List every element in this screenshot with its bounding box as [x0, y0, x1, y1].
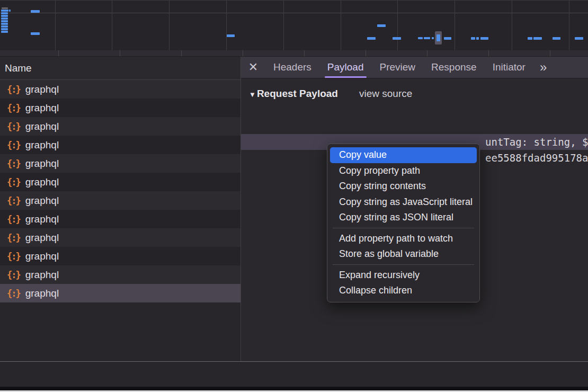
overview-request-bar: [432, 37, 434, 39]
request-name-label: graphql: [25, 195, 59, 207]
column-tick: [366, 50, 366, 56]
overview-request-bar: [1, 15, 8, 17]
tree-row-root[interactable]: ▼{operationName: "ipFlowTimeseries", var…: [241, 102, 588, 118]
network-overview-strip[interactable]: [0, 0, 588, 51]
json-braces-icon: {:}: [7, 84, 20, 95]
overview-gridline: [283, 1, 284, 51]
menu-item-copy-property-path[interactable]: Copy property path: [330, 163, 477, 179]
context-menu: Copy valueCopy property pathCopy string …: [327, 144, 480, 302]
request-row[interactable]: {:}graphql: [0, 136, 240, 154]
overview-request-bar: [227, 34, 235, 37]
tree-row-operation-name[interactable]: operationName: "ipFlowTimeseries": [241, 118, 588, 134]
tab-initiator[interactable]: Initiator: [485, 57, 533, 78]
menu-item-copy-string-as-json-literal[interactable]: Copy string as JSON literal: [330, 210, 477, 226]
overview-selected-request-bar: [436, 34, 440, 41]
overview-gridline: [55, 1, 56, 51]
json-braces-icon: {:}: [7, 195, 20, 206]
column-tick: [120, 50, 120, 56]
overview-divider-line: [0, 13, 588, 13]
tab-headers[interactable]: Headers: [265, 57, 319, 78]
request-row[interactable]: {:}graphql: [0, 154, 240, 173]
menu-item-add-property-path-to-watch[interactable]: Add property path to watch: [330, 231, 477, 247]
menu-item-copy-value[interactable]: Copy value: [330, 147, 477, 163]
more-tabs-icon[interactable]: »: [533, 57, 551, 78]
request-name-label: graphql: [25, 232, 59, 244]
overview-gridline: [112, 1, 112, 51]
section-collapse-icon[interactable]: ▼: [249, 91, 256, 99]
request-name-label: graphql: [25, 251, 59, 262]
menu-item-copy-string-as-javascript-literal[interactable]: Copy string as JavaScript literal: [330, 194, 477, 210]
request-row[interactable]: {:}graphql: [0, 210, 240, 228]
tab-preview[interactable]: Preview: [372, 57, 424, 78]
json-braces-icon: {:}: [7, 288, 20, 299]
overview-request-bar: [575, 37, 583, 40]
overview-request-bar: [1, 25, 8, 28]
menu-item-store-as-global-variable[interactable]: Store as global variable: [330, 246, 477, 262]
json-braces-icon: {:}: [7, 103, 20, 113]
column-tick: [550, 50, 550, 56]
json-braces-icon: {:}: [7, 158, 20, 169]
request-name-label: graphql: [25, 288, 59, 299]
timeline-column-band: [0, 50, 588, 57]
request-name-label: graphql: [25, 139, 59, 151]
request-name-label: graphql: [25, 269, 59, 281]
request-name-label: graphql: [25, 176, 59, 188]
overview-request-bar: [377, 24, 386, 27]
json-braces-icon: {:}: [7, 233, 20, 243]
details-tab-bar: ✕ HeadersPayloadPreviewResponseInitiator…: [241, 57, 588, 78]
column-header-name[interactable]: Name: [0, 57, 240, 80]
overview-selected-request-marker: [435, 31, 442, 44]
request-row[interactable]: {:}graphql: [0, 80, 240, 99]
overview-gridline: [226, 1, 227, 51]
overview-request-bar: [31, 32, 40, 35]
overview-request-bar: [1, 23, 8, 25]
tab-response[interactable]: Response: [423, 57, 485, 78]
request-row[interactable]: {:}graphql: [0, 265, 240, 284]
overview-request-bar: [476, 37, 479, 40]
request-row[interactable]: {:}graphql: [0, 247, 240, 265]
column-tick: [58, 50, 59, 56]
section-title: Request Payload: [257, 88, 338, 99]
request-row[interactable]: {:}graphql: [0, 284, 240, 302]
overview-request-bar: [444, 37, 451, 40]
request-row[interactable]: {:}graphql: [0, 117, 240, 136]
overview-request-bar: [480, 37, 488, 40]
json-braces-icon: {:}: [7, 214, 20, 225]
overview-request-bar: [1, 20, 8, 22]
json-braces-icon: {:}: [7, 177, 20, 188]
request-row[interactable]: {:}graphql: [0, 99, 240, 117]
column-tick: [181, 50, 182, 56]
json-braces-icon: {:}: [7, 121, 20, 132]
overview-request-bar: [533, 37, 542, 40]
column-tick: [427, 50, 427, 56]
request-payload-section-header: ▼Request Payloadview source: [241, 85, 588, 102]
view-source-link[interactable]: view source: [359, 88, 412, 99]
tab-payload[interactable]: Payload: [319, 57, 372, 78]
overview-request-bar: [1, 28, 8, 30]
overview-request-bar: [471, 37, 475, 40]
requests-list: {:}graphql{:}graphql{:}graphql{:}graphql…: [0, 80, 240, 302]
menu-item-expand-recursively[interactable]: Expand recursively: [330, 268, 477, 283]
overview-gridline: [455, 1, 455, 51]
overview-request-bar: [418, 37, 423, 39]
overview-request-bar: [1, 17, 8, 20]
overview-gridline: [397, 1, 398, 51]
window-bottom-bar: [0, 387, 588, 390]
overview-request-bar: [553, 37, 560, 40]
json-braces-icon: {:}: [7, 270, 20, 280]
request-name-label: graphql: [25, 121, 59, 132]
overview-gridline: [169, 1, 170, 51]
overview-request-bar: [1, 10, 8, 12]
request-row[interactable]: {:}graphql: [0, 228, 240, 247]
json-braces-icon: {:}: [7, 140, 20, 150]
overview-gridline: [569, 1, 569, 51]
overview-gridline: [512, 1, 512, 51]
menu-item-copy-string-contents[interactable]: Copy string contents: [330, 179, 477, 194]
tabs-holder: HeadersPayloadPreviewResponseInitiator: [265, 57, 533, 78]
column-tick: [488, 50, 489, 56]
column-tick: [243, 50, 243, 56]
request-row[interactable]: {:}graphql: [0, 173, 240, 191]
menu-item-collapse-children[interactable]: Collapse children: [330, 283, 477, 299]
close-icon[interactable]: ✕: [241, 57, 265, 78]
request-row[interactable]: {:}graphql: [0, 191, 240, 210]
